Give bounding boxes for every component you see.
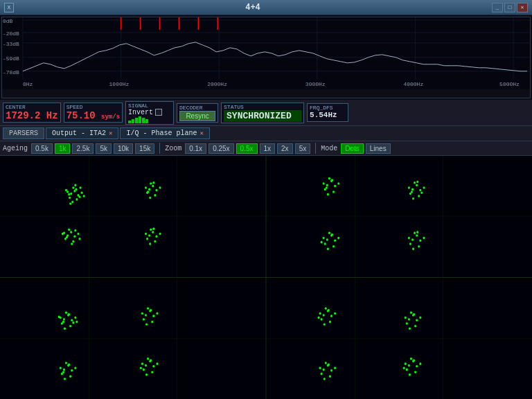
speed-value: 75.10 sym/s (66, 110, 120, 122)
zoom-btn-2x[interactable]: 2x (277, 143, 293, 154)
svg-point-111 (418, 195, 420, 197)
svg-point-181 (156, 362, 158, 365)
ageing-btn-5k[interactable]: 5k (96, 143, 112, 154)
ageing-btn-1k[interactable]: 1k (55, 143, 71, 154)
svg-point-162 (150, 309, 152, 312)
svg-point-208 (321, 373, 323, 375)
svg-point-115 (416, 181, 418, 184)
svg-point-94 (152, 227, 154, 230)
svg-point-185 (323, 314, 325, 317)
svg-text:3000Hz: 3000Hz (305, 81, 326, 87)
resync-button[interactable]: Resync (179, 111, 215, 121)
svg-point-93 (149, 242, 151, 245)
tab-parsers-label: PARSERS (9, 130, 38, 137)
zoom-btn-05x[interactable]: 0.5x (236, 143, 258, 154)
app-icon: X (4, 3, 14, 12)
svg-point-90 (154, 240, 156, 243)
svg-point-192 (334, 312, 336, 315)
svg-point-153 (145, 314, 147, 317)
svg-point-91 (145, 233, 147, 236)
svg-point-58 (74, 184, 76, 187)
tab-output-label: Output - ITA2 (52, 130, 106, 137)
zoom-btn-5x[interactable]: 5x (295, 143, 311, 154)
speed-number: 75.10 (66, 110, 96, 121)
zoom-btn-01x[interactable]: 0.1x (185, 143, 206, 154)
svg-point-56 (65, 189, 67, 192)
svg-point-132 (419, 239, 421, 242)
zoom-btn-025x[interactable]: 0.25x (209, 143, 233, 154)
svg-point-104 (331, 179, 333, 181)
svg-point-202 (405, 317, 407, 319)
controls-row: CENTER 1729.2 Hz SPEED 75.10 sym/s SIGNA… (0, 100, 532, 126)
tab-output-close[interactable]: ✕ (109, 130, 112, 137)
svg-point-95 (326, 184, 328, 187)
tab-iq-phase[interactable]: I/Q - Phase plane ✕ (120, 127, 209, 139)
svg-point-219 (416, 365, 418, 368)
ageing-btn-05k[interactable]: 0.5k (31, 143, 53, 154)
svg-text:4000Hz: 4000Hz (403, 81, 423, 87)
svg-point-225 (413, 360, 415, 362)
signal-label: SIGNAL (128, 103, 171, 109)
svg-point-66 (154, 194, 156, 197)
svg-point-163 (63, 369, 65, 371)
tabs-row: PARSERS Output - ITA2 ✕ I/Q - Phase plan… (0, 126, 532, 141)
minimize-button[interactable]: _ (492, 3, 503, 12)
tab-parsers[interactable]: PARSERS (3, 127, 44, 139)
maximize-button[interactable]: □ (504, 3, 515, 12)
svg-point-223 (419, 362, 421, 365)
window-title: 4+4 (14, 3, 492, 12)
svg-point-123 (332, 245, 335, 248)
svg-point-129 (411, 238, 414, 241)
svg-point-68 (159, 186, 161, 189)
invert-label: Invert (128, 109, 153, 116)
sep-1 (159, 143, 160, 154)
svg-point-118 (326, 238, 328, 241)
signal-bar-1 (128, 121, 131, 123)
status-group: STATUS SYNCHRONIZED (221, 103, 304, 123)
center-value: 1729.2 Hz (6, 110, 58, 122)
signal-group: SIGNAL Invert (125, 101, 174, 125)
svg-point-157 (147, 307, 149, 310)
svg-point-131 (409, 242, 411, 245)
svg-point-189 (325, 307, 327, 310)
svg-point-187 (321, 318, 323, 321)
svg-point-201 (414, 325, 416, 328)
close-button[interactable]: ✕ (517, 3, 528, 12)
svg-text:-20dB: -20dB (3, 30, 19, 37)
svg-point-130 (416, 234, 418, 237)
svg-point-218 (406, 369, 408, 371)
svg-point-204 (409, 328, 411, 330)
svg-point-67 (145, 186, 147, 189)
svg-point-215 (328, 364, 330, 366)
tab-output-ita2[interactable]: Output - ITA2 ✕ (46, 127, 118, 139)
svg-point-98 (334, 185, 336, 188)
mode-btn-lines[interactable]: Lines (366, 143, 391, 154)
svg-point-107 (416, 184, 418, 187)
ageing-btn-15k[interactable]: 15k (135, 143, 154, 154)
ageing-btn-25k[interactable]: 2.5k (72, 143, 94, 154)
svg-point-195 (317, 317, 319, 319)
mode-btn-dots[interactable]: Dots (341, 143, 364, 154)
svg-point-64 (155, 189, 157, 192)
svg-point-101 (323, 182, 325, 185)
svg-point-178 (147, 357, 149, 360)
svg-point-54 (68, 193, 70, 196)
invert-checkbox[interactable] (155, 109, 162, 116)
svg-point-167 (65, 362, 67, 364)
svg-point-105 (326, 186, 328, 189)
tab-iq-close[interactable]: ✕ (200, 130, 203, 137)
svg-point-49 (76, 198, 78, 201)
decoder-group: DECODER Resync (177, 103, 218, 123)
ageing-btn-10k[interactable]: 10k (114, 143, 133, 154)
tab-iq-label: I/Q - Phase plane (126, 130, 197, 137)
svg-point-209 (330, 369, 332, 372)
zoom-btn-1x[interactable]: 1x (260, 143, 276, 154)
svg-text:5000Hz: 5000Hz (499, 81, 520, 87)
svg-point-152 (76, 321, 78, 323)
svg-point-138 (416, 231, 418, 233)
svg-point-213 (334, 366, 336, 369)
svg-point-52 (71, 201, 73, 204)
svg-point-51 (81, 191, 83, 194)
svg-point-109 (419, 189, 421, 192)
svg-point-198 (406, 322, 408, 325)
